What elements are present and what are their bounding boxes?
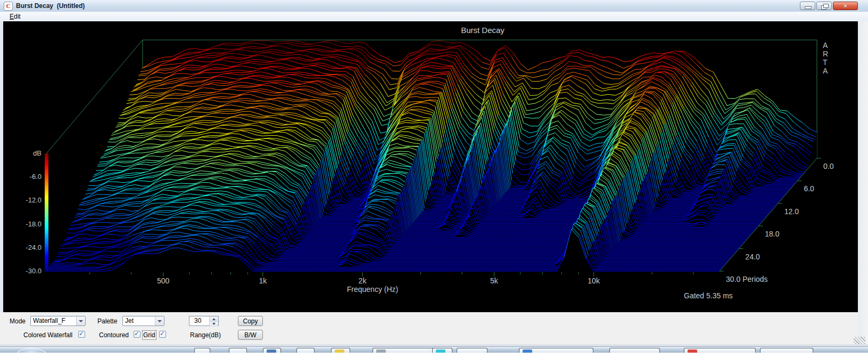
arta-watermark: A [823, 67, 828, 75]
minimize-icon [805, 6, 812, 9]
svg-text:-18.0: -18.0 [26, 220, 42, 228]
bw-button[interactable]: B/W [238, 330, 263, 340]
app-icon[interactable]: C [4, 2, 13, 11]
burst-decay-plot: 0.06.012.018.024.030.0 Periods5001k2k5k1… [3, 21, 858, 312]
svg-text:6.0: 6.0 [804, 184, 814, 193]
spinner-down-button[interactable] [210, 322, 218, 327]
range-spinner[interactable]: 30 [189, 316, 219, 326]
close-icon: ✕ [833, 3, 857, 10]
svg-text:2k: 2k [359, 276, 367, 285]
menu-edit[interactable]: Edit [7, 13, 23, 20]
menubar: Edit [0, 12, 868, 21]
mode-dropdown[interactable]: Waterfall_F [30, 316, 86, 326]
restore-button[interactable] [816, 2, 832, 10]
chart-title: Burst Decay [461, 26, 505, 35]
waterfall-slices [45, 40, 817, 271]
contoured-label: Contoured [99, 331, 129, 339]
svg-text:-30.0: -30.0 [26, 267, 42, 275]
svg-text:5k: 5k [490, 276, 499, 285]
palette-dropdown[interactable]: Jet [122, 316, 164, 326]
svg-text:10k: 10k [588, 276, 600, 285]
window-right-border [858, 21, 868, 344]
svg-text:-6.0: -6.0 [30, 173, 42, 181]
arta-burst-decay-window: C Burst Decay (Untitled) ✕ Edit 0.06.012… [0, 0, 868, 358]
colored-waterfall-checkbox[interactable] [78, 331, 85, 338]
svg-text:0.0: 0.0 [823, 162, 834, 170]
svg-text:18.0: 18.0 [765, 230, 779, 238]
mode-label: Mode [10, 318, 26, 325]
grid-checkbox[interactable] [159, 331, 166, 338]
palette-label: Palette [97, 318, 117, 325]
chevron-down-icon[interactable] [76, 316, 85, 326]
spinner-up-button[interactable] [210, 316, 218, 322]
arta-watermark: R [823, 50, 828, 58]
grid-label: Grid [143, 331, 155, 339]
svg-text:24.0: 24.0 [746, 253, 760, 261]
range-db-label: Range(dB) [190, 331, 221, 339]
svg-text:12.0: 12.0 [784, 207, 799, 216]
chevron-down-icon[interactable] [155, 316, 164, 326]
db-axis-title: dB [33, 149, 42, 157]
control-panel: Mode Waterfall_F Palette Jet 30 Copy Col… [0, 312, 858, 344]
gated-label: Gated 5.35 ms [684, 291, 733, 300]
svg-text:-12.0: -12.0 [26, 196, 42, 204]
arta-watermark: T [823, 58, 828, 67]
x-axis-title: Frequency (Hz) [347, 285, 398, 294]
close-button[interactable]: ✕ [833, 2, 858, 10]
window-title: Burst Decay (Untitled) [16, 2, 85, 10]
titlebar: C Burst Decay (Untitled) ✕ [0, 0, 868, 12]
db-colorbar [45, 153, 48, 271]
contoured-checkbox[interactable] [134, 331, 140, 338]
waterfall-svg: 0.06.012.018.024.030.0 Periods5001k2k5k1… [3, 21, 858, 312]
screen-bottom [0, 353, 868, 358]
svg-text:500: 500 [157, 276, 170, 285]
range-value: 30 [189, 316, 209, 326]
minimize-button[interactable] [800, 2, 815, 10]
arta-watermark: A [823, 41, 828, 50]
svg-text:1k: 1k [259, 276, 267, 285]
colored-waterfall-label: Colored Waterfall [23, 331, 72, 339]
svg-text:-24.0: -24.0 [26, 243, 42, 251]
svg-text:30.0 Periods: 30.0 Periods [726, 275, 768, 283]
copy-button[interactable]: Copy [238, 316, 263, 326]
resize-grip-icon[interactable] [854, 337, 865, 344]
